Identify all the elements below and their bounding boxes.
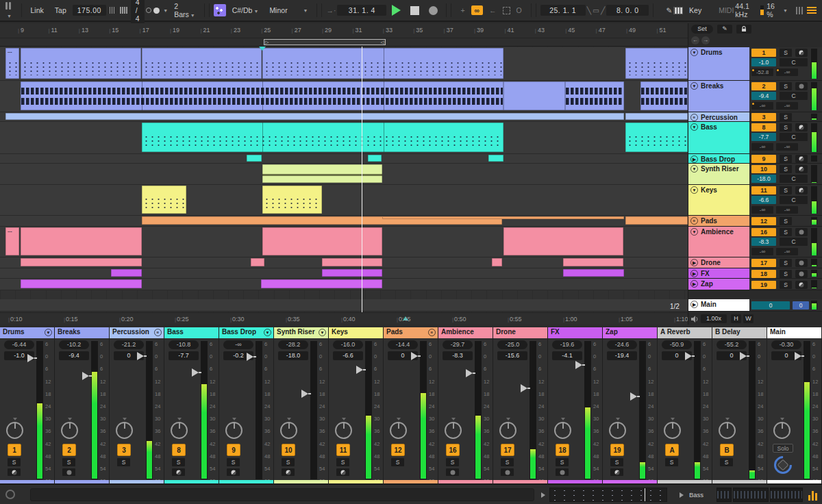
track-lane-drone[interactable] [0, 257, 688, 268]
crossfade-knob[interactable] [771, 453, 796, 478]
mixer-track-title[interactable]: Bass [164, 327, 219, 338]
solo-button[interactable]: S [336, 458, 349, 466]
fold-open-icon[interactable]: ▼ [690, 165, 698, 173]
hamburger-menu-icon[interactable] [807, 7, 817, 14]
track-name[interactable]: Drone▶ [688, 257, 749, 268]
device-thumbnail[interactable] [717, 488, 732, 502]
fold-open-icon[interactable]: ▼ [690, 82, 698, 90]
volume-field[interactable]: -9.4 [59, 351, 89, 360]
peak-level-field[interactable]: -10.2 [59, 340, 89, 349]
volume-fader-handle[interactable] [411, 352, 418, 360]
play-button[interactable] [392, 5, 401, 16]
loop-switch-icon[interactable]: ▭ [593, 6, 599, 14]
tempo-field[interactable]: 175.00 [73, 5, 106, 16]
track-lane-percussion[interactable] [0, 112, 688, 122]
clip[interactable] [247, 155, 262, 162]
track-number[interactable]: 19 [751, 281, 776, 289]
peak-level-field[interactable]: -16.0 [333, 340, 363, 349]
mixer-track-title[interactable]: Keys [329, 327, 383, 338]
arm-button[interactable] [795, 228, 808, 236]
scale-name-menu[interactable]: Minor▼ [264, 5, 312, 16]
track-name[interactable]: Percussion≡ [688, 112, 749, 121]
fold-closed-icon[interactable]: ▶ [690, 301, 698, 308]
zoom-width-button[interactable]: W [743, 314, 754, 323]
arm-button[interactable] [795, 186, 808, 194]
insert-marker-icon[interactable] [259, 47, 266, 51]
solo-button[interactable]: S [610, 458, 623, 466]
clip[interactable] [625, 113, 688, 120]
volume-fader-handle[interactable] [740, 352, 747, 360]
pan-knob[interactable] [445, 422, 462, 439]
clip[interactable] [21, 258, 142, 266]
tap-tempo-button[interactable]: Tap [50, 5, 71, 16]
track-number-button[interactable]: 17 [501, 444, 514, 456]
arm-button[interactable] [795, 123, 808, 131]
track-number-button[interactable]: 1 [8, 444, 21, 456]
pan-knob[interactable] [116, 422, 133, 439]
pan-knob[interactable] [719, 422, 736, 439]
arm-button[interactable] [62, 468, 75, 476]
nav-right-button[interactable]: → [701, 36, 710, 45]
send-field[interactable]: -∞ [751, 102, 773, 110]
arm-button[interactable] [610, 468, 623, 476]
mixer-track-title[interactable]: Pads≡ [384, 327, 438, 338]
volume-field[interactable]: -15.6 [497, 351, 527, 360]
clip[interactable] [142, 48, 262, 79]
solo-button[interactable]: S [780, 186, 792, 194]
solo-button[interactable]: S [227, 458, 240, 466]
mixer-track-title[interactable]: Breaks [55, 327, 109, 338]
clip[interactable] [142, 186, 186, 214]
track-number-button[interactable]: 9 [227, 444, 240, 456]
fold-open-icon[interactable]: ▼ [319, 329, 326, 336]
loop-link-button[interactable]: ∞ [471, 5, 484, 15]
arm-button[interactable] [501, 468, 514, 476]
pan-field[interactable]: C [780, 133, 808, 141]
mixer-track-title[interactable]: Ambience [438, 327, 493, 338]
track-number[interactable]: 12 [751, 217, 776, 225]
peak-level-field[interactable]: -19.6 [552, 340, 582, 349]
pan-field[interactable]: C [780, 58, 808, 66]
solo-button[interactable]: S [780, 49, 792, 57]
track-number-button[interactable]: 18 [556, 444, 569, 456]
fold-open-icon[interactable]: ▼ [690, 123, 698, 131]
pan-knob[interactable] [554, 422, 571, 439]
track-number-button[interactable]: 19 [610, 444, 624, 456]
track-lane-zap[interactable] [0, 279, 688, 290]
track-number-button[interactable]: B [720, 444, 734, 456]
set-button[interactable]: Set [691, 25, 713, 34]
clip[interactable] [262, 227, 382, 255]
clip[interactable] [111, 269, 142, 277]
volume-fader-handle[interactable] [795, 352, 801, 360]
solo-button[interactable]: S [780, 217, 792, 225]
nudge-down-icon[interactable] [110, 7, 115, 14]
arrangement-lanes[interactable]: ...... [0, 47, 688, 312]
pan-knob[interactable] [335, 422, 352, 439]
send-field[interactable]: -∞ [751, 143, 773, 151]
window-controls-icon[interactable]: ▼ [5, 2, 17, 19]
pan-knob[interactable] [6, 422, 23, 439]
track-name[interactable]: Bass Drop▶ [688, 154, 749, 163]
solo-button[interactable]: S [117, 458, 130, 466]
fold-open-icon[interactable]: ▼ [45, 329, 52, 336]
volume-fader-handle[interactable] [27, 354, 34, 362]
arm-button[interactable] [795, 270, 808, 278]
send-field[interactable]: -52.8 [751, 68, 773, 76]
group-icon[interactable]: ≡ [428, 329, 436, 336]
clip[interactable] [565, 81, 624, 110]
time-signature-field[interactable]: 4 / 4 [131, 0, 145, 24]
volume-field[interactable]: -8.3 [751, 238, 776, 246]
volume-field[interactable]: -6.6 [751, 196, 776, 204]
track-name[interactable]: Main▶ [688, 299, 749, 311]
volume-field[interactable]: -18.0 [751, 175, 776, 183]
pan-knob[interactable] [171, 422, 188, 439]
mixer-track-title[interactable]: Percussion≡ [110, 327, 164, 338]
track-lane-pads[interactable] [0, 216, 688, 227]
lock-button[interactable] [736, 25, 751, 34]
cpu-meter[interactable]: 16 %▼ [760, 2, 788, 18]
peak-level-field[interactable]: -50.9 [662, 340, 692, 349]
fold-open-icon[interactable]: ▼ [264, 329, 271, 336]
link-button[interactable]: Link [26, 5, 49, 16]
peak-level-field[interactable]: -14.4 [388, 340, 418, 349]
track-lane-drums[interactable]: ... [0, 47, 688, 81]
volume-field[interactable]: -7.7 [169, 351, 199, 360]
